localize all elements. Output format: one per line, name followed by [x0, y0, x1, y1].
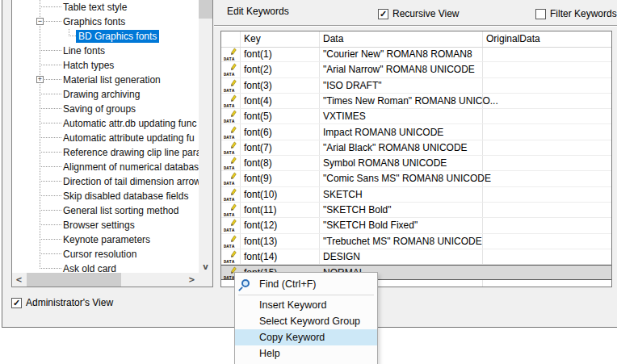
data-cell[interactable]: "SKETCH Bold Fixed" — [323, 218, 418, 232]
administrators-view-checkbox[interactable]: ✓Administrator's View — [11, 295, 113, 308]
key-cell[interactable]: font(11) — [244, 203, 276, 217]
menu-item-label: Find (Ctrl+F) — [259, 278, 317, 290]
key-cell[interactable]: font(7) — [244, 140, 272, 155]
data-cell[interactable]: SKETCH — [323, 187, 363, 202]
table-row-font-7[interactable]: DATAfont(7)"Arial Black" ROMAN8 UNICODE — [221, 140, 611, 156]
tree-item-browser-settings[interactable]: Browser settings — [12, 218, 199, 232]
key-cell[interactable]: font(14) — [244, 249, 277, 264]
table-row-font-12[interactable]: DATAfont(12)"SKETCH Bold Fixed" — [221, 218, 611, 233]
key-cell[interactable]: font(13) — [244, 234, 277, 249]
key-cell[interactable]: font(12) — [244, 218, 277, 232]
data-cell[interactable]: "Arial Black" ROMAN8 UNICODE — [323, 140, 468, 155]
recursive-view-checkbox[interactable]: ✓Recursive View — [378, 6, 459, 19]
tree-connector — [40, 137, 61, 138]
vertical-scrollbar-thumb[interactable] — [199, 0, 212, 19]
tree-item-hatch-types[interactable]: Hatch types — [12, 58, 199, 73]
menu-item-insert-keyword[interactable]: Insert Keyword — [235, 297, 377, 313]
key-cell[interactable]: font(9) — [244, 171, 272, 186]
tree-item-table-text-style[interactable]: Table text style — [12, 0, 199, 15]
menu-item-find-ctrl-f[interactable]: Find (Ctrl+F) — [235, 275, 377, 293]
tree-item-graphics-fonts[interactable]: −Graphics fonts — [12, 15, 199, 29]
menu-item-help[interactable]: Help — [235, 345, 377, 362]
tree-item-skip-disabled-database-fields[interactable]: Skip disabled database fields — [12, 189, 199, 203]
scroll-right-button[interactable]: > — [185, 273, 199, 287]
table-row-font-5[interactable]: DATAfont(5)VXTIMES — [221, 109, 611, 124]
tree-item-automatic-attr-db-updating-func[interactable]: Automatic attr.db updating func — [12, 116, 199, 131]
key-cell[interactable]: font(1) — [244, 47, 272, 61]
data-cell[interactable]: "Times New Roman" ROMAN8 UNICO... — [323, 94, 498, 108]
tree-item-automatic-attribute-updating-fu[interactable]: Automatic attribute updating fu — [12, 131, 199, 145]
key-cell[interactable]: font(10) — [244, 187, 277, 202]
search-icon — [241, 279, 250, 287]
data-cell[interactable]: Symbol ROMAN8 UNICODE — [323, 156, 447, 170]
table-row-font-8[interactable]: DATAfont(8)Symbol ROMAN8 UNICODE — [221, 156, 611, 171]
tree-vertical-scrollbar[interactable]: v — [199, 0, 212, 274]
tree-item-saving-of-groups[interactable]: Saving of groups — [12, 102, 199, 116]
keywords-table[interactable]: Key Data OriginalData DATAfont(1)"Courie… — [220, 31, 612, 287]
data-cell[interactable]: "Comic Sans MS" ROMAN8 UNICODE — [323, 171, 491, 186]
tree-connector — [40, 65, 61, 65]
scroll-down-button[interactable]: v — [199, 260, 212, 274]
table-row-font-4[interactable]: DATAfont(4)"Times New Roman" ROMAN8 UNIC… — [221, 94, 611, 109]
tree-item-drawing-archiving[interactable]: Drawing archiving — [12, 87, 199, 102]
menu-item-label: Insert Keyword — [259, 299, 326, 311]
tree-item-alignment-of-numerical-databas[interactable]: Alignment of numerical databas — [12, 160, 199, 174]
tree-item-label: BD Graphics fonts — [76, 30, 159, 43]
table-row-font-13[interactable]: DATAfont(13)"Trebuchet MS" ROMAN8 UNICOD… — [221, 234, 611, 249]
expand-icon[interactable]: + — [36, 76, 44, 83]
table-row-font-14[interactable]: DATAfont(14)DESIGN — [221, 249, 611, 265]
tree-item-general-list-sorting-method[interactable]: General list sorting method — [12, 203, 199, 218]
tree-item-keynote-parameters[interactable]: Keynote parameters — [12, 232, 199, 247]
data-cell[interactable]: "Arial Narrow" ROMAN8 UNICODE — [323, 62, 475, 77]
tree-item-bd-graphics-fonts[interactable]: BD Graphics fonts — [12, 29, 199, 44]
table-row-font-6[interactable]: DATAfont(6)Impact ROMAN8 UNICODE — [221, 125, 611, 140]
horizontal-scrollbar-thumb[interactable] — [27, 273, 121, 287]
column-header-key[interactable]: Key — [244, 31, 261, 47]
tree-item-material-list-generation[interactable]: +Material list generation — [12, 73, 199, 87]
scroll-left-button[interactable]: < — [12, 273, 26, 287]
tree-item-reference-drawing-clip-line-para[interactable]: Reference drawing clip line para — [12, 145, 199, 160]
table-row-font-2[interactable]: DATAfont(2)"Arial Narrow" ROMAN8 UNICODE — [221, 62, 611, 77]
tree-connector — [44, 79, 61, 80]
tree-connector — [40, 6, 61, 7]
data-cell[interactable]: "SKETCH Bold" — [323, 203, 392, 217]
check-icon: ✓ — [380, 9, 387, 19]
tree-item-label: Cursor resolution — [63, 248, 136, 261]
key-cell[interactable]: font(5) — [244, 109, 272, 123]
column-header-originaldata[interactable]: OriginalData — [486, 31, 540, 47]
table-row-font-3[interactable]: DATAfont(3)"ISO DRAFT" — [221, 78, 611, 94]
data-cell[interactable]: DESIGN — [323, 249, 360, 264]
data-cell[interactable]: "Trebuchet MS" ROMAN8 UNICODE — [323, 234, 482, 249]
tree-horizontal-scrollbar[interactable]: < > — [12, 273, 199, 287]
tree-item-direction-of-tail-dimension-arrow[interactable]: Direction of tail dimension arrow — [12, 174, 199, 189]
edit-keywords-label: Edit Keywords — [227, 6, 289, 17]
table-row-font-9[interactable]: DATAfont(9)"Comic Sans MS" ROMAN8 UNICOD… — [221, 171, 611, 186]
checkbox-box[interactable] — [535, 9, 546, 19]
tree-item-label: Alignment of numerical databas — [63, 161, 199, 174]
key-cell[interactable]: font(4) — [244, 94, 272, 108]
filter-keywords-checkbox[interactable]: Filter Keywords — [535, 6, 617, 19]
key-cell[interactable]: font(6) — [244, 125, 272, 140]
table-row-font-1[interactable]: DATAfont(1)"Courier New" ROMAN8 ROMAN8 — [221, 47, 611, 62]
data-pencil-icon: DATA — [223, 219, 239, 232]
key-cell[interactable]: font(3) — [244, 78, 272, 93]
tree-item-line-fonts[interactable]: Line fonts — [12, 44, 199, 58]
menu-item-copy-keyword[interactable]: Copy Keyword — [235, 329, 377, 345]
data-pencil-icon: DATA — [223, 48, 239, 61]
column-header-data[interactable]: Data — [323, 31, 343, 47]
table-row-font-11[interactable]: DATAfont(11)"SKETCH Bold" — [221, 203, 611, 218]
data-pencil-icon: DATA — [223, 141, 239, 155]
tree-item-cursor-resolution[interactable]: Cursor resolution — [12, 247, 199, 261]
data-cell[interactable]: VXTIMES — [323, 109, 366, 123]
key-cell[interactable]: font(2) — [244, 62, 272, 77]
checkbox-box[interactable]: ✓ — [11, 298, 22, 308]
data-cell[interactable]: Impact ROMAN8 UNICODE — [323, 125, 443, 140]
data-cell[interactable]: "Courier New" ROMAN8 ROMAN8 — [323, 47, 472, 61]
tree-item-ask-old-card[interactable]: Ask old card — [12, 261, 199, 273]
key-cell[interactable]: font(8) — [244, 156, 272, 170]
table-row-font-10[interactable]: DATAfont(10)SKETCH — [221, 187, 611, 203]
menu-item-select-keyword-group[interactable]: Select Keyword Group — [235, 313, 377, 329]
collapse-icon[interactable]: − — [36, 18, 44, 25]
data-cell[interactable]: "ISO DRAFT" — [323, 78, 382, 93]
checkbox-box[interactable]: ✓ — [378, 9, 388, 19]
